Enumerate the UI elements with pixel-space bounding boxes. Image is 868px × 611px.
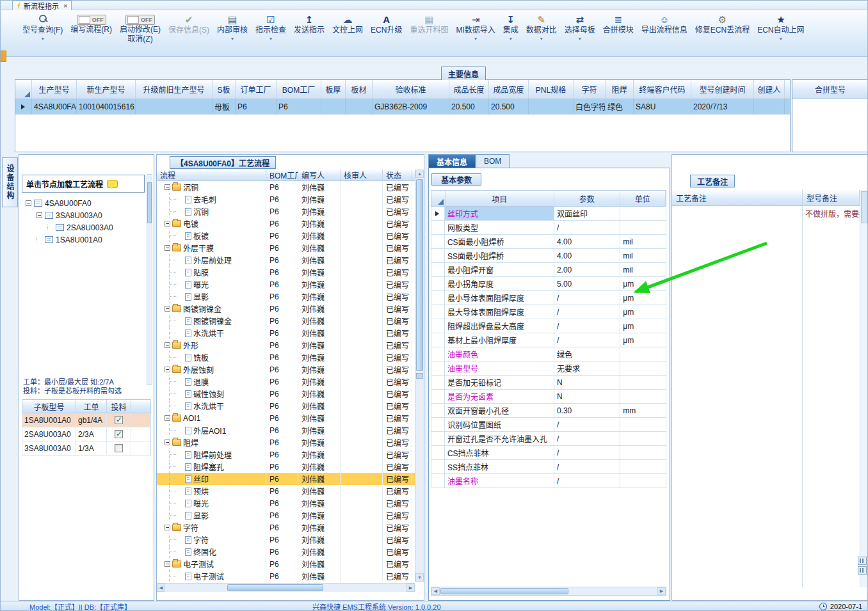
- tree-node[interactable]: 1SA8U001A0: [22, 234, 145, 246]
- column-header[interactable]: 生产型号: [32, 80, 77, 99]
- column-header[interactable]: 编写人: [298, 170, 341, 180]
- param-item-cell[interactable]: SS挡点菲林: [445, 460, 554, 474]
- dropdown-arrow-icon[interactable]: ▾: [510, 35, 512, 43]
- param-row[interactable]: 最小阻焊开窗2.00mil: [431, 263, 666, 277]
- collapse-icon[interactable]: [165, 221, 170, 226]
- flow-step-row[interactable]: 外层前处理P6刘伟巍已编写: [157, 254, 415, 266]
- param-value-cell[interactable]: /: [554, 333, 620, 347]
- scrollbar-thumb[interactable]: [861, 191, 867, 223]
- column-header[interactable]: 板厚: [321, 80, 346, 99]
- feed-checkbox[interactable]: [115, 430, 123, 438]
- param-value-cell[interactable]: 绿色: [554, 347, 620, 361]
- param-item-cell[interactable]: 油墨颜色: [445, 347, 554, 361]
- column-header[interactable]: 阻焊: [606, 80, 634, 99]
- column-header[interactable]: 状态: [383, 170, 412, 180]
- column-header[interactable]: 成品长度: [449, 80, 489, 99]
- flow-step-row[interactable]: AOI1P6刘伟巍已编写: [157, 412, 415, 424]
- param-value-cell[interactable]: /: [554, 291, 620, 305]
- param-value-cell[interactable]: /: [554, 460, 620, 474]
- tab-basic-info[interactable]: 基本信息: [428, 154, 476, 168]
- param-item-cell[interactable]: 最小导体表面阻焊厚度: [445, 291, 554, 305]
- flow-step-row[interactable]: 外形P6刘伟巍已编写: [157, 339, 415, 351]
- collapse-icon[interactable]: [165, 245, 170, 251]
- column-header[interactable]: 板材: [346, 80, 373, 99]
- collapse-icon[interactable]: [165, 367, 170, 372]
- param-row[interactable]: CS面最小阻焊桥4.00mil: [431, 235, 666, 249]
- flow-step-row[interactable]: 退膜P6刘伟巍已编写: [157, 376, 415, 388]
- toolbar-button[interactable]: ✔保存信息(S): [165, 13, 213, 44]
- param-row[interactable]: 开窗过孔是否不允许油墨入孔/: [431, 432, 666, 446]
- toolbar-button[interactable]: OFF启动修改(E)取消(Z): [116, 13, 165, 52]
- clock-icon[interactable]: [819, 603, 827, 610]
- tree-node[interactable]: 2SA8U003A0: [22, 221, 145, 234]
- param-value-cell[interactable]: 4.00: [554, 235, 620, 249]
- toggle-off-switch[interactable]: OFF: [77, 15, 106, 25]
- param-item-cell[interactable]: 最小阻焊开窗: [445, 263, 554, 277]
- toolbar-button[interactable]: ⚙修复ECN丢流程: [691, 13, 753, 44]
- param-row[interactable]: 双面开窗最小孔径0.30mm: [431, 404, 666, 418]
- flow-step-row[interactable]: 贴膜P6刘伟巍已编写: [157, 266, 415, 278]
- column-header[interactable]: S板: [213, 80, 236, 99]
- toolbar-button[interactable]: ≣合拼模块: [599, 13, 638, 44]
- tree-node[interactable]: 3SA8U003A0: [22, 209, 145, 221]
- toolbar-button[interactable]: ↥发送指示: [290, 13, 328, 44]
- toolbar-button[interactable]: ▦重选开料图: [406, 13, 452, 44]
- param-value-cell[interactable]: 4.00: [554, 249, 620, 263]
- toggle-off-switch[interactable]: OFF: [125, 15, 155, 25]
- toolbar-button[interactable]: AECN升级: [367, 13, 406, 44]
- param-row[interactable]: 基材上最小阻焊厚度/μm: [431, 333, 666, 347]
- tab-device-structure[interactable]: 设备结构: [2, 157, 18, 207]
- param-value-cell[interactable]: /: [554, 474, 620, 488]
- param-value-cell[interactable]: 0.30: [554, 404, 620, 418]
- param-row[interactable]: 是否加无铅标记N: [431, 376, 666, 390]
- column-header[interactable]: 单位: [620, 191, 666, 206]
- flow-step-row[interactable]: 曝光P6刘伟巍已编写: [157, 278, 415, 290]
- toolbar-button[interactable]: ☁文控上网: [328, 13, 367, 44]
- column-header[interactable]: 参数: [554, 191, 620, 206]
- column-header[interactable]: BOM工厂: [266, 170, 298, 180]
- column-header-merge-model[interactable]: 合拼型号: [792, 80, 868, 99]
- param-value-cell[interactable]: N: [554, 376, 620, 390]
- scroll-right-icon[interactable]: [406, 583, 415, 592]
- param-item-cell[interactable]: 识别码位置图纸: [445, 418, 554, 432]
- flow-step-row[interactable]: 终固化P6刘伟巍已编写: [157, 546, 415, 558]
- toolbar-button[interactable]: OFF编写流程(R): [67, 13, 116, 43]
- param-row[interactable]: 最大导体表面阻焊厚度/μm: [431, 305, 666, 319]
- dropdown-arrow-icon[interactable]: ▾: [474, 35, 477, 43]
- column-header[interactable]: 工单: [76, 400, 107, 413]
- toolbar-button[interactable]: 型号查询(F)▾: [19, 13, 67, 44]
- param-value-cell[interactable]: /: [554, 305, 620, 319]
- param-row[interactable]: CS挡点菲林/: [431, 446, 666, 460]
- collapse-icon[interactable]: [165, 440, 170, 445]
- column-header[interactable]: 新生产型号: [77, 80, 136, 99]
- column-header-model-remark[interactable]: 型号备注: [803, 190, 860, 205]
- flow-step-row[interactable]: 板镀P6刘伟巍已编写: [157, 230, 415, 242]
- dropdown-arrow-icon[interactable]: ▾: [42, 35, 44, 43]
- flow-step-row[interactable]: 外层干膜P6刘伟巍已编写: [157, 242, 415, 254]
- column-header[interactable]: 创建人: [754, 80, 785, 99]
- column-header[interactable]: 子板型号: [22, 400, 76, 413]
- feed-checkbox[interactable]: [115, 416, 123, 424]
- toolbar-button[interactable]: ⇥MI数据导入▾: [452, 13, 499, 44]
- toolbar-button[interactable]: ⇄选择母板▾: [561, 13, 599, 44]
- toolbar-button[interactable]: ▤内部审核▾: [213, 13, 252, 44]
- param-value-cell[interactable]: 双面丝印: [554, 207, 620, 221]
- collapse-icon[interactable]: [165, 342, 170, 348]
- model-remark-cell[interactable]: 不做拼版，需要按: [803, 206, 860, 587]
- collapse-icon[interactable]: [165, 306, 170, 312]
- tab-bom[interactable]: BOM: [476, 154, 510, 168]
- param-item-cell[interactable]: 最小拐角厚度: [445, 277, 554, 291]
- subboard-row[interactable]: 3SA8U003A01/3A: [22, 441, 151, 456]
- scrollbar-thumb[interactable]: [227, 584, 323, 591]
- tab-basic-params[interactable]: 基本参数: [431, 173, 481, 186]
- scrollbar-thumb[interactable]: [147, 182, 152, 223]
- tree-scrollbar[interactable]: [147, 174, 152, 385]
- param-item-cell[interactable]: 阻焊超出焊盘最大高度: [445, 319, 554, 333]
- column-header[interactable]: 流程: [157, 170, 266, 180]
- flow-title-tab[interactable]: 【4SA8U00FA0】工艺流程: [170, 156, 276, 169]
- collapse-icon[interactable]: [165, 184, 170, 190]
- scroll-left-icon[interactable]: [431, 587, 440, 595]
- collapse-icon[interactable]: [36, 212, 42, 218]
- param-row[interactable]: 油墨名称/: [431, 474, 666, 488]
- param-item-cell[interactable]: 是否为无卤素: [445, 390, 554, 404]
